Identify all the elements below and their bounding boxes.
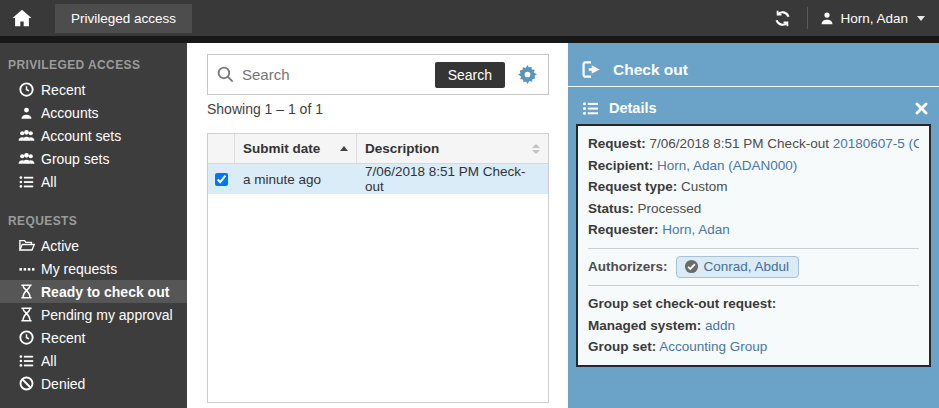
authorizers-field: Authorizers: Conrad, Abdul — [588, 256, 919, 278]
sidebar-item-label: All — [41, 353, 57, 369]
sidebar-item-active[interactable]: Active — [0, 234, 187, 257]
panel-header: Check out — [568, 43, 939, 85]
search-button[interactable]: Search — [435, 62, 505, 88]
sidebar-item-ready-to-check-out[interactable]: Ready to check out — [0, 280, 187, 303]
sidebar-item-accounts[interactable]: Accounts — [0, 101, 187, 124]
details-box: Request: 7/06/2018 8:51 PM Check-out 201… — [576, 124, 931, 367]
request-type-label: Request type: — [588, 179, 677, 194]
description-cell: 7/06/2018 8:51 PM Check-out — [357, 164, 548, 194]
requester-field: Requester: Horn, Adan — [588, 219, 919, 241]
sidebar-item-label: Recent — [41, 82, 85, 98]
user-icon — [18, 106, 35, 120]
close-icon[interactable] — [915, 102, 928, 115]
status-value: Processed — [638, 201, 702, 216]
results-count: Showing 1 – 1 of 1 — [207, 101, 323, 117]
refresh-icon — [774, 10, 791, 27]
sidebar-item-group-sets[interactable]: Group sets — [0, 147, 187, 170]
check-circle-icon — [684, 259, 699, 274]
status-field: Status: Processed — [588, 198, 919, 220]
sidebar-item-pending-my-approval[interactable]: Pending my approval — [0, 303, 187, 326]
select-column-header — [208, 134, 235, 163]
requester-value: Horn, Adan — [662, 222, 730, 237]
authorizer-name: Conrad, Abdul — [704, 259, 790, 274]
sign-out-icon — [582, 61, 601, 78]
sidebar-item-account-sets[interactable]: Account sets — [0, 124, 187, 147]
column-header-description[interactable]: Description — [357, 134, 548, 163]
sidebar-item-label: Accounts — [41, 105, 99, 121]
home-icon — [12, 9, 32, 27]
recipient-field: Recipient: Horn, Adan (ADAN000) — [588, 155, 919, 177]
home-button[interactable] — [0, 0, 44, 36]
users-icon — [18, 129, 35, 143]
request-list-pane: Search Showing 1 – 1 of 1 Submit date De… — [187, 43, 568, 408]
ellipsis-icon — [18, 262, 35, 276]
field-divider — [588, 248, 919, 249]
request-type-value: Custom — [681, 179, 728, 194]
sidebar-item-my-requests[interactable]: My requests — [0, 257, 187, 280]
sidebar-item-label: Denied — [41, 376, 85, 392]
details-list-icon — [582, 101, 599, 116]
sidebar-item-label: Account sets — [41, 128, 121, 144]
sort-both-icon — [532, 144, 540, 154]
request-value: 7/06/2018 8:51 PM Check-out — [650, 136, 833, 151]
managed-system-field: Managed system: addn — [588, 315, 919, 337]
group-set-request-heading: Group set check-out request: — [588, 293, 919, 315]
hourglass-icon — [18, 284, 35, 299]
gear-icon[interactable] — [518, 65, 537, 84]
field-divider — [588, 285, 919, 286]
topbar-shadow-strip — [0, 36, 939, 43]
table-header-row: Submit date Description — [208, 134, 548, 164]
search-input[interactable] — [242, 66, 435, 83]
privileged-access-button[interactable]: Privileged access — [55, 4, 192, 33]
table-row[interactable]: a minute ago 7/06/2018 8:51 PM Check-out — [208, 164, 548, 194]
group-set-request-label: Group set check-out request: — [588, 296, 776, 311]
ban-icon — [18, 376, 35, 391]
checkout-panel: Check out Details Request: 7/06/2018 8:5… — [568, 43, 939, 408]
column-header-submit-date[interactable]: Submit date — [235, 134, 357, 163]
user-name: Horn, Adan — [840, 11, 908, 26]
topbar-right: Horn, Adan — [765, 0, 939, 36]
row-checkbox[interactable] — [215, 173, 228, 186]
sidebar-item-recent-requests[interactable]: Recent — [0, 326, 187, 349]
authorizers-label: Authorizers: — [588, 259, 668, 274]
sort-asc-icon — [340, 146, 348, 151]
sidebar-section-privileged-access: PRIVILEGED ACCESS — [0, 43, 187, 78]
user-menu[interactable]: Horn, Adan — [816, 0, 939, 36]
managed-system-value: addn — [705, 318, 735, 333]
caret-down-icon — [917, 16, 925, 21]
sidebar-item-all-requests[interactable]: All — [0, 349, 187, 372]
recipient-label: Recipient: — [588, 158, 653, 173]
request-type-field: Request type: Custom — [588, 176, 919, 198]
group-set-value: Accounting Group — [659, 339, 767, 354]
folder-open-icon — [18, 239, 35, 252]
panel-divider — [568, 86, 939, 87]
sidebar-item-all[interactable]: All — [0, 170, 187, 193]
sidebar-item-label: Recent — [41, 330, 85, 346]
requester-label: Requester: — [588, 222, 659, 237]
row-select-cell — [208, 164, 235, 194]
sidebar-item-denied[interactable]: Denied — [0, 372, 187, 395]
authorizer-badge[interactable]: Conrad, Abdul — [676, 256, 800, 278]
sidebar-item-label: My requests — [41, 261, 117, 277]
refresh-button[interactable] — [765, 0, 799, 36]
clock-icon — [18, 330, 35, 345]
request-field: Request: 7/06/2018 8:51 PM Check-out 201… — [588, 133, 919, 155]
clock-icon — [18, 82, 35, 97]
details-section-header: Details — [582, 95, 928, 121]
sidebar: PRIVILEGED ACCESS Recent Accounts Accoun… — [0, 43, 187, 408]
sidebar-item-label: Pending my approval — [41, 307, 173, 323]
group-set-label: Group set: — [588, 339, 656, 354]
users-icon — [18, 152, 35, 166]
hourglass-icon — [18, 307, 35, 322]
request-link[interactable]: 20180607-5 (Custom — [833, 136, 919, 151]
panel-title: Check out — [613, 61, 688, 79]
top-bar: Privileged access Horn, Adan — [0, 0, 939, 36]
managed-system-label: Managed system: — [588, 318, 701, 333]
sidebar-item-label: Active — [41, 238, 79, 254]
user-icon — [820, 11, 834, 25]
sidebar-item-recent[interactable]: Recent — [0, 78, 187, 101]
column-label: Description — [365, 141, 439, 156]
details-title: Details — [609, 100, 657, 116]
recipient-value: Horn, Adan (ADAN000) — [657, 158, 797, 173]
list-icon — [18, 175, 35, 189]
